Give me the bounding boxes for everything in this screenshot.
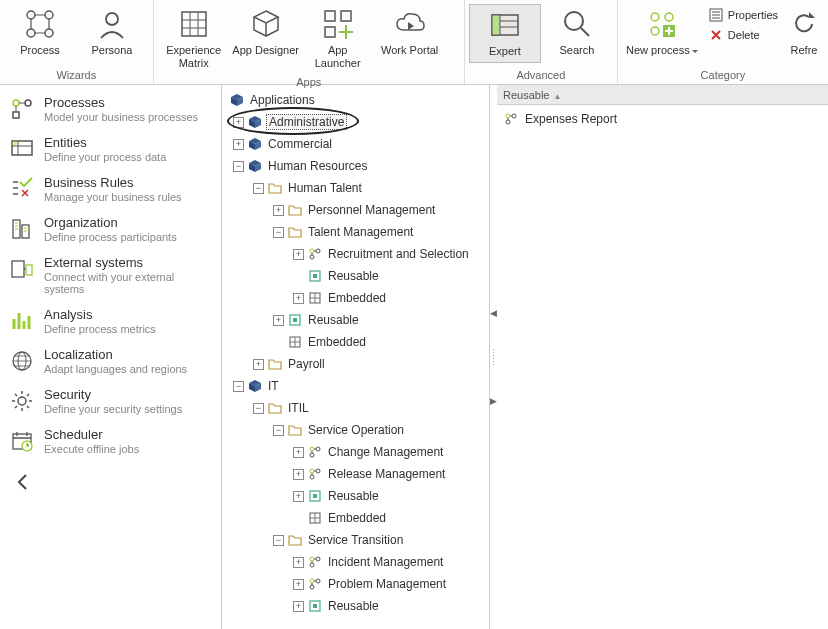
new-process-button[interactable]: New process — [622, 4, 702, 61]
back-button[interactable] — [0, 463, 221, 501]
expand-toggle[interactable]: + — [293, 447, 304, 458]
grid-icon — [178, 8, 210, 40]
refresh-button[interactable]: Refre — [784, 4, 824, 61]
gear-icon — [10, 389, 34, 413]
collapse-toggle[interactable]: − — [273, 425, 284, 436]
svg-rect-24 — [12, 261, 24, 277]
tree-node-reusable[interactable]: Reusable — [326, 269, 381, 283]
collapse-toggle[interactable]: − — [273, 535, 284, 546]
svg-point-1 — [45, 11, 53, 19]
sidebar-item-scheduler[interactable]: SchedulerExecute offline jobs — [0, 423, 221, 463]
sidebar-title: Localization — [44, 347, 187, 362]
sidebar-item-external-systems[interactable]: External systemsConnect with your extern… — [0, 251, 221, 303]
tree-node-embedded[interactable]: Embedded — [306, 335, 368, 349]
expand-toggle[interactable]: + — [233, 117, 244, 128]
tree-node-service-transition[interactable]: Service Transition — [306, 533, 405, 547]
svg-rect-47 — [313, 494, 317, 498]
tree-node-applications[interactable]: Applications — [248, 93, 317, 107]
svg-point-32 — [316, 249, 320, 253]
work-portal-button[interactable]: Work Portal — [374, 4, 446, 61]
experience-matrix-button[interactable]: Experience Matrix — [158, 4, 230, 74]
splitter-right-arrow[interactable]: ▶ — [490, 396, 497, 406]
embedded-icon — [307, 510, 323, 526]
svg-point-28 — [18, 397, 26, 405]
new-process-icon — [646, 8, 678, 40]
collapse-toggle[interactable]: − — [233, 161, 244, 172]
tree-node-reusable[interactable]: Reusable — [306, 313, 361, 327]
svg-point-50 — [316, 557, 320, 561]
tree-node-problem[interactable]: Problem Management — [326, 577, 448, 591]
collapse-toggle[interactable]: − — [253, 403, 264, 414]
tree-node-reusable[interactable]: Reusable — [326, 489, 381, 503]
delete-button[interactable]: Delete — [706, 26, 780, 44]
tree-node-release[interactable]: Release Management — [326, 467, 447, 481]
tree-node-hr[interactable]: Human Resources — [266, 159, 369, 173]
sidebar-item-security[interactable]: SecurityDefine your security settings — [0, 383, 221, 423]
expand-toggle[interactable]: + — [293, 293, 304, 304]
applications-tree[interactable]: Applications +Administrative +Commercial… — [222, 89, 489, 617]
expand-toggle[interactable]: + — [293, 579, 304, 590]
sidebar-item-processes[interactable]: ProcessesModel your business processes — [0, 91, 221, 131]
tree-node-payroll[interactable]: Payroll — [286, 357, 327, 371]
sidebar-item-organization[interactable]: OrganizationDefine process participants — [0, 211, 221, 251]
right-pane: Reusable Expenses Report — [497, 85, 828, 629]
tree-node-service-operation[interactable]: Service Operation — [306, 423, 406, 437]
tree-node-change[interactable]: Change Management — [326, 445, 445, 459]
sidebar-item-localization[interactable]: LocalizationAdapt languages and regions — [0, 343, 221, 383]
expand-toggle[interactable]: + — [293, 249, 304, 260]
collapse-toggle[interactable]: − — [253, 183, 264, 194]
expand-toggle[interactable]: + — [253, 359, 264, 370]
app-designer-button[interactable]: App Designer — [230, 4, 302, 61]
svg-point-3 — [45, 29, 53, 37]
sidebar-subtitle: Model your business processes — [44, 111, 198, 123]
process-button[interactable]: Process — [4, 4, 76, 61]
expert-icon — [489, 9, 521, 41]
svg-rect-6 — [325, 11, 335, 21]
sidebar-title: Entities — [44, 135, 166, 150]
tree-node-itil[interactable]: ITIL — [286, 401, 311, 415]
svg-point-58 — [512, 114, 516, 118]
tree-node-humantalent[interactable]: Human Talent — [286, 181, 364, 195]
process-small-icon — [503, 111, 519, 127]
collapse-toggle[interactable]: − — [233, 381, 244, 392]
column-header[interactable]: Reusable — [497, 85, 828, 105]
expand-toggle[interactable]: + — [273, 205, 284, 216]
tree-node-talent[interactable]: Talent Management — [306, 225, 415, 239]
expand-toggle[interactable]: + — [293, 557, 304, 568]
properties-button[interactable]: Properties — [706, 6, 780, 24]
list-item[interactable]: Expenses Report — [503, 109, 822, 129]
persona-button[interactable]: Persona — [76, 4, 148, 61]
expand-toggle[interactable]: + — [273, 315, 284, 326]
splitter-left-arrow[interactable]: ◀ — [490, 308, 497, 318]
sidebar-item-entities[interactable]: EntitiesDefine your process data — [0, 131, 221, 171]
tree-node-commercial[interactable]: Commercial — [266, 137, 334, 151]
tree-node-embedded[interactable]: Embedded — [326, 511, 388, 525]
app-launcher-button[interactable]: App Launcher — [302, 4, 374, 74]
splitter[interactable]: ◀ ▶ — [490, 85, 497, 629]
svg-point-53 — [316, 579, 320, 583]
tree-node-personnel[interactable]: Personnel Management — [306, 203, 437, 217]
collapse-toggle[interactable]: − — [273, 227, 284, 238]
embedded-icon — [287, 334, 303, 350]
splitter-grip[interactable] — [492, 348, 495, 366]
search-button[interactable]: Search — [541, 4, 613, 61]
folder-icon — [267, 356, 283, 372]
reusable-icon — [287, 312, 303, 328]
svg-point-12 — [651, 13, 659, 21]
expand-toggle[interactable]: + — [293, 601, 304, 612]
tree-node-embedded[interactable]: Embedded — [326, 291, 388, 305]
tree-node-it[interactable]: IT — [266, 379, 281, 393]
expand-toggle[interactable]: + — [293, 491, 304, 502]
sidebar-subtitle: Define process participants — [44, 231, 177, 243]
process-small-icon — [307, 246, 323, 262]
expand-toggle[interactable]: + — [233, 139, 244, 150]
svg-rect-8 — [325, 27, 335, 37]
tree-node-recruitment[interactable]: Recruitment and Selection — [326, 247, 471, 261]
tree-node-reusable[interactable]: Reusable — [326, 599, 381, 613]
sidebar-item-analysis[interactable]: AnalysisDefine process metrics — [0, 303, 221, 343]
expand-toggle[interactable]: + — [293, 469, 304, 480]
sidebar-item-business-rules[interactable]: Business RulesManage your business rules — [0, 171, 221, 211]
expert-button[interactable]: Expert — [469, 4, 541, 63]
tree-node-incident[interactable]: Incident Management — [326, 555, 445, 569]
tree-node-administrative[interactable]: Administrative — [266, 114, 347, 130]
